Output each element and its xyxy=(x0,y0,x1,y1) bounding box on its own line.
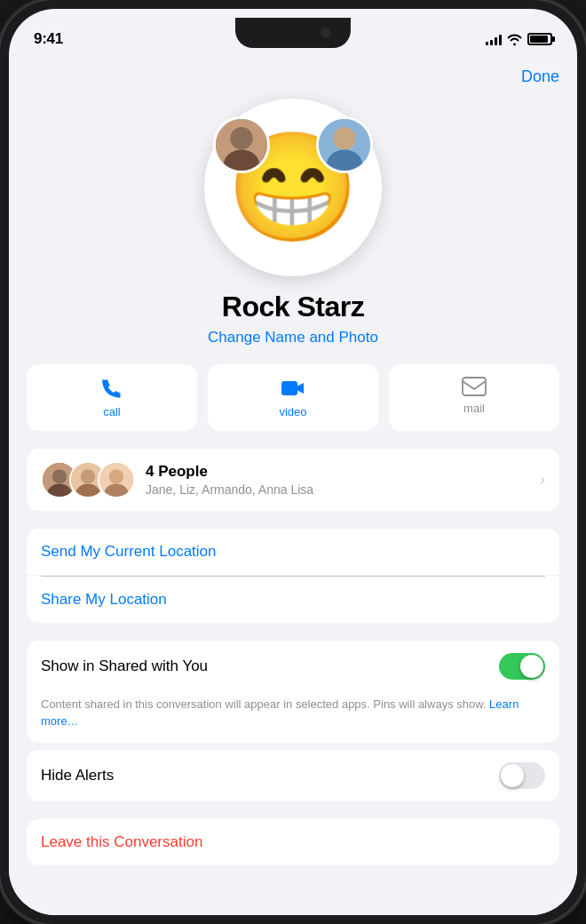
chevron-right-icon: › xyxy=(540,471,545,489)
people-row[interactable]: 4 People Jane, Liz, Armando, Anna Lisa › xyxy=(27,449,559,511)
share-location-row[interactable]: Share My Location xyxy=(27,577,559,623)
battery-icon xyxy=(527,33,552,45)
leave-conversation-label: Leave this Conversation xyxy=(41,833,202,850)
content-area: Done 😁 xyxy=(9,57,577,915)
battery-fill xyxy=(530,36,548,43)
send-location-row[interactable]: Send My Current Location xyxy=(27,529,559,576)
video-button[interactable]: video xyxy=(208,364,378,431)
leave-conversation-card: Leave this Conversation xyxy=(27,819,559,865)
hide-alerts-card: Hide Alerts xyxy=(27,750,559,801)
send-location-label: Send My Current Location xyxy=(41,543,217,560)
leave-conversation-row[interactable]: Leave this Conversation xyxy=(27,819,559,865)
toggle-knob xyxy=(520,655,543,678)
svg-rect-7 xyxy=(463,378,486,395)
shared-with-you-description: Content shared in this conversation will… xyxy=(27,692,559,743)
mail-button[interactable]: mail xyxy=(389,364,559,431)
phone-icon xyxy=(100,377,123,400)
wifi-icon xyxy=(507,34,522,45)
video-label: video xyxy=(279,405,306,418)
people-count: 4 People xyxy=(146,463,540,481)
signal-bar-4 xyxy=(499,35,502,45)
hide-alerts-label: Hide Alerts xyxy=(41,767,114,785)
person-avatar-3 xyxy=(98,461,135,498)
svg-point-4 xyxy=(333,127,355,149)
signal-bar-3 xyxy=(495,37,497,45)
camera-dot xyxy=(321,28,331,38)
shared-with-you-toggle[interactable] xyxy=(499,653,545,680)
avatar-mini-person1 xyxy=(213,116,270,173)
phone-frame: 9:41 xyxy=(0,0,586,924)
shared-with-you-label: Show in Shared with You xyxy=(41,657,208,675)
hide-alerts-toggle-knob xyxy=(501,764,524,787)
svg-rect-6 xyxy=(281,381,297,395)
location-card: Send My Current Location Share My Locati… xyxy=(27,529,559,623)
svg-point-12 xyxy=(81,469,95,483)
people-names: Jane, Liz, Armando, Anna Lisa xyxy=(146,482,540,497)
mail-label: mail xyxy=(463,402,485,415)
done-button[interactable]: Done xyxy=(521,64,559,90)
hide-alerts-row: Hide Alerts xyxy=(27,750,559,801)
call-button[interactable]: call xyxy=(27,364,197,431)
header: Done xyxy=(27,57,559,90)
group-avatar-circle: 😁 xyxy=(204,99,382,276)
svg-point-1 xyxy=(230,127,252,149)
actions-row: call video mail xyxy=(27,364,559,431)
group-name: Rock Starz xyxy=(222,291,364,323)
mail-icon xyxy=(462,377,487,396)
signal-bar-2 xyxy=(490,40,493,45)
svg-point-9 xyxy=(52,469,67,483)
notch xyxy=(235,18,351,48)
shared-with-you-row: Show in Shared with You xyxy=(27,641,559,692)
shared-with-you-card: Show in Shared with You Content shared i… xyxy=(27,641,559,743)
video-icon xyxy=(280,377,306,400)
share-location-label: Share My Location xyxy=(41,591,167,608)
call-label: call xyxy=(103,405,121,418)
status-time: 9:41 xyxy=(34,30,63,48)
signal-icon xyxy=(486,34,502,45)
change-name-link[interactable]: Change Name and Photo xyxy=(208,329,378,346)
hide-alerts-toggle[interactable] xyxy=(499,762,545,789)
shared-description-text: Content shared in this conversation will… xyxy=(41,697,486,711)
people-card: 4 People Jane, Liz, Armando, Anna Lisa › xyxy=(27,449,559,511)
signal-bar-1 xyxy=(486,42,488,45)
screen: 9:41 xyxy=(9,9,577,915)
people-info: 4 People Jane, Liz, Armando, Anna Lisa xyxy=(146,463,540,497)
status-icons xyxy=(486,33,552,45)
group-avatar-section: 😁 xyxy=(27,90,559,364)
people-avatars xyxy=(41,461,135,498)
avatar-mini-person2 xyxy=(316,116,373,173)
svg-point-15 xyxy=(109,469,123,483)
